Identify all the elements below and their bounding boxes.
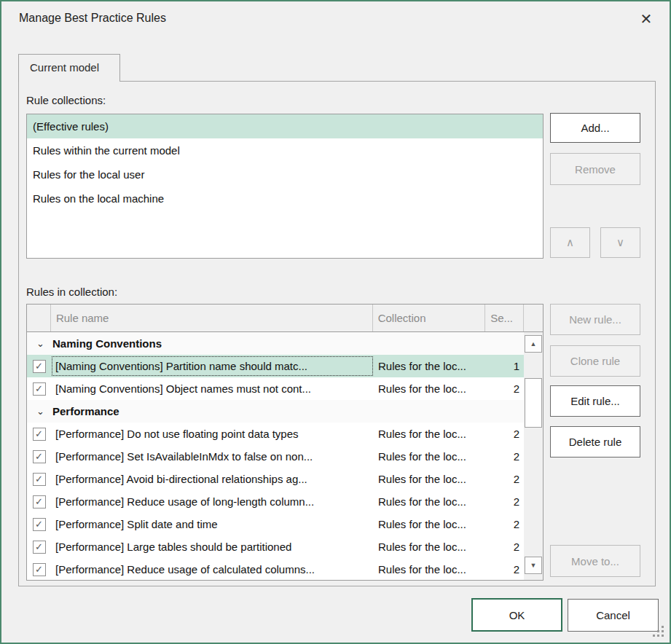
table-row[interactable]: ✓ [Naming Conventions] Object names must… [27,377,525,400]
checkbox[interactable]: ✓ [33,382,46,396]
rule-name-cell[interactable]: [Naming Conventions] Partition name shou… [51,356,374,377]
collection-cell: Rules for the loc... [374,541,487,553]
group-row-naming-conventions[interactable]: ⌄ Naming Conventions [27,332,525,355]
scroll-up-button[interactable]: ▲ [525,335,542,353]
chevron-down-icon: ∨ [616,236,624,249]
table-row[interactable]: ✓ [Performance] Avoid bi-directional rel… [27,468,525,490]
table-header: Rule name Collection Se... [27,305,543,332]
checkbox[interactable]: ✓ [33,518,46,531]
collection-cell: Rules for the loc... [374,360,487,372]
check-icon: ✓ [35,519,43,529]
scroll-down-icon: ▼ [530,562,537,569]
close-icon: ✕ [640,11,653,27]
table-row[interactable]: ✓ [Performance] Reduce usage of long-len… [27,490,525,513]
table-row[interactable]: ✓ [Performance] Reduce usage of calculat… [27,558,525,581]
rule-name-cell[interactable]: [Performance] Set IsAvailableInMdx to fa… [51,446,374,467]
scroll-up-icon: ▲ [530,341,537,347]
resize-grip[interactable] [662,635,664,637]
table-row[interactable]: ✓ [Performance] Large tables should be p… [27,535,525,558]
checkbox[interactable]: ✓ [33,450,46,463]
header-spacer [524,305,543,331]
list-item-local-machine[interactable]: Rules on the local machine [27,186,543,211]
check-icon: ✓ [35,565,43,574]
header-rule-name[interactable]: Rule name [51,305,373,331]
edit-rule-button[interactable]: Edit rule... [550,385,640,417]
checkbox[interactable]: ✓ [33,563,46,576]
severity-cell: 2 [487,563,525,576]
collection-cell: Rules for the loc... [374,450,487,463]
checkbox[interactable]: ✓ [33,495,46,508]
scrollbar-thumb[interactable] [525,378,542,428]
rule-name-cell[interactable]: [Performance] Do not use floating point … [51,423,374,444]
remove-button[interactable]: Remove [550,153,640,185]
severity-cell: 1 [487,360,525,372]
add-button[interactable]: Add... [550,113,640,143]
header-severity[interactable]: Se... [485,305,524,331]
move-up-button[interactable]: ∧ [550,227,590,258]
check-icon: ✓ [35,474,43,484]
header-checkbox-column[interactable] [27,305,51,331]
tab-label: Current model [30,61,99,74]
scroll-down-button[interactable]: ▼ [525,557,542,574]
list-item-local-user[interactable]: Rules for the local user [27,162,543,186]
severity-cell: 2 [487,518,525,530]
severity-cell: 2 [487,473,525,485]
group-collapse-icon[interactable]: ⌄ [27,406,44,417]
move-down-button[interactable]: ∨ [600,227,640,258]
list-item-current-model[interactable]: Rules within the current model [27,138,543,162]
table-row[interactable]: ✓ [Naming Conventions] Partition name sh… [27,355,525,377]
check-icon: ✓ [35,452,43,461]
check-icon: ✓ [35,384,43,393]
rule-name-cell[interactable]: [Performance] Reduce usage of long-lengt… [51,491,374,512]
dialog-title: Manage Best Practice Rules [19,12,166,25]
group-name: Performance [52,405,119,417]
rules-in-collection-label: Rules in collection: [26,286,117,298]
table-body: ⌄ Naming Conventions ✓ [Naming Conventio… [27,332,543,581]
check-icon: ✓ [35,497,43,506]
collection-cell: Rules for the loc... [374,473,487,485]
clone-rule-button[interactable]: Clone rule [550,345,640,377]
rule-collections-label: Rule collections: [26,94,106,106]
table-scrollbar[interactable]: ▲ ▼ [524,332,543,581]
checkbox[interactable]: ✓ [33,360,46,373]
severity-cell: 2 [487,450,525,463]
severity-cell: 2 [487,428,525,440]
group-row-performance[interactable]: ⌄ Performance [27,400,525,423]
collection-cell: Rules for the loc... [374,428,487,440]
chevron-up-icon: ∧ [566,236,574,249]
tab-current-model[interactable]: Current model [18,54,120,82]
group-collapse-icon[interactable]: ⌄ [27,338,44,349]
table-row[interactable]: ✓ [Performance] Set IsAvailableInMdx to … [27,445,525,468]
collection-cell: Rules for the loc... [374,382,487,395]
collection-cell: Rules for the loc... [374,518,487,530]
rule-name-cell[interactable]: [Performance] Avoid bi-directional relat… [51,468,374,490]
severity-cell: 2 [487,541,525,553]
table-row[interactable]: ✓ [Performance] Do not use floating poin… [27,423,525,445]
rule-name-cell[interactable]: [Naming Conventions] Object names must n… [51,378,374,399]
cancel-button[interactable]: Cancel [568,599,659,632]
close-button[interactable]: ✕ [632,6,661,32]
delete-rule-button[interactable]: Delete rule [550,426,640,458]
check-icon: ✓ [35,361,43,371]
severity-cell: 2 [487,382,525,395]
checkbox[interactable]: ✓ [33,428,46,441]
dialog-manage-best-practice-rules: Manage Best Practice Rules ✕ Current mod… [0,0,671,644]
check-icon: ✓ [35,542,43,551]
table-row[interactable]: ✓ [Performance] Split date and time Rule… [27,513,525,535]
collection-cell: Rules for the loc... [374,563,487,576]
rule-collections-list: (Effective rules) Rules within the curre… [26,114,544,259]
rule-name-cell[interactable]: [Performance] Reduce usage of calculated… [51,559,374,580]
collection-cell: Rules for the loc... [374,495,487,508]
move-to-button[interactable]: Move to... [550,545,640,577]
rules-table: Rule name Collection Se... ⌄ Naming Conv… [26,304,544,581]
check-icon: ✓ [35,429,43,439]
header-collection[interactable]: Collection [373,305,486,331]
new-rule-button[interactable]: New rule... [550,304,640,335]
checkbox[interactable]: ✓ [33,541,46,554]
checkbox[interactable]: ✓ [33,473,46,486]
list-item-effective-rules[interactable]: (Effective rules) [27,114,543,138]
ok-button[interactable]: OK [471,598,562,632]
severity-cell: 2 [487,495,525,508]
rule-name-cell[interactable]: [Performance] Split date and time [51,514,374,535]
rule-name-cell[interactable]: [Performance] Large tables should be par… [51,536,374,557]
